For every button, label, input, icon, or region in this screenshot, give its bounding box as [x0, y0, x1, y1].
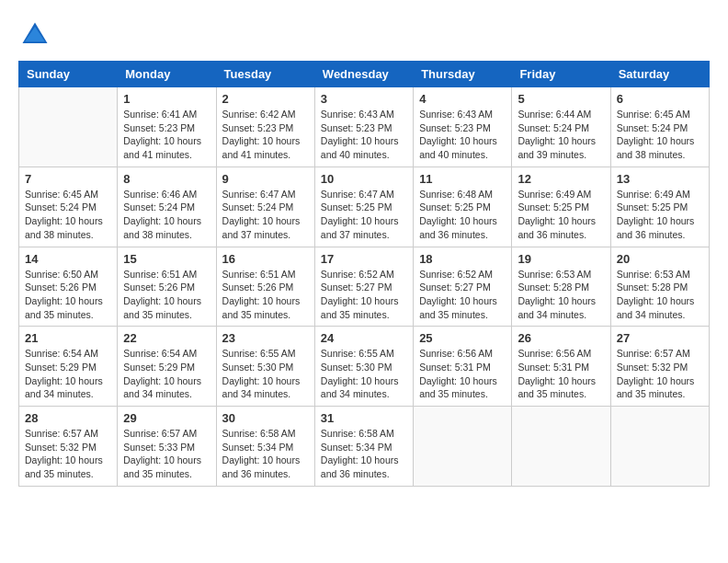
calendar-cell: 28Sunrise: 6:57 AMSunset: 5:32 PMDayligh… [19, 407, 118, 487]
day-number: 26 [518, 331, 604, 345]
col-saturday: Saturday [610, 62, 709, 87]
day-number: 31 [321, 411, 407, 425]
day-number: 5 [518, 92, 604, 106]
day-number: 18 [419, 252, 506, 266]
calendar-cell: 29Sunrise: 6:57 AMSunset: 5:33 PMDayligh… [118, 407, 216, 487]
col-tuesday: Tuesday [216, 62, 314, 87]
day-number: 4 [419, 92, 506, 106]
day-info: Sunrise: 6:53 AMSunset: 5:28 PMDaylight:… [518, 268, 604, 322]
calendar-cell: 13Sunrise: 6:49 AMSunset: 5:25 PMDayligh… [610, 167, 709, 247]
calendar-cell: 22Sunrise: 6:54 AMSunset: 5:29 PMDayligh… [118, 327, 216, 407]
day-number: 10 [321, 172, 407, 186]
logo-icon [18, 18, 51, 52]
calendar-cell: 25Sunrise: 6:56 AMSunset: 5:31 PMDayligh… [414, 327, 512, 407]
day-number: 16 [222, 252, 309, 266]
calendar-cell: 8Sunrise: 6:46 AMSunset: 5:24 PMDaylight… [118, 167, 216, 247]
calendar-cell: 20Sunrise: 6:53 AMSunset: 5:28 PMDayligh… [610, 247, 709, 327]
week-row-1: 7Sunrise: 6:45 AMSunset: 5:24 PMDaylight… [19, 167, 710, 247]
day-number: 15 [123, 252, 210, 266]
day-info: Sunrise: 6:56 AMSunset: 5:31 PMDaylight:… [518, 347, 604, 401]
day-number: 9 [222, 172, 309, 186]
day-info: Sunrise: 6:54 AMSunset: 5:29 PMDaylight:… [123, 347, 210, 401]
day-number: 20 [617, 252, 703, 266]
calendar-cell: 21Sunrise: 6:54 AMSunset: 5:29 PMDayligh… [19, 327, 118, 407]
day-info: Sunrise: 6:47 AMSunset: 5:24 PMDaylight:… [222, 188, 309, 242]
calendar-cell: 11Sunrise: 6:48 AMSunset: 5:25 PMDayligh… [414, 167, 512, 247]
calendar-cell: 16Sunrise: 6:51 AMSunset: 5:26 PMDayligh… [216, 247, 314, 327]
calendar-cell: 12Sunrise: 6:49 AMSunset: 5:25 PMDayligh… [512, 167, 610, 247]
day-number: 27 [617, 331, 703, 345]
calendar-cell: 10Sunrise: 6:47 AMSunset: 5:25 PMDayligh… [314, 167, 413, 247]
day-info: Sunrise: 6:57 AMSunset: 5:32 PMDaylight:… [25, 427, 111, 481]
calendar-cell: 1Sunrise: 6:41 AMSunset: 5:23 PMDaylight… [118, 87, 216, 167]
day-number: 3 [321, 92, 407, 106]
calendar: Sunday Monday Tuesday Wednesday Thursday… [18, 61, 710, 487]
day-number: 11 [419, 172, 506, 186]
day-info: Sunrise: 6:56 AMSunset: 5:31 PMDaylight:… [419, 347, 506, 401]
day-info: Sunrise: 6:46 AMSunset: 5:24 PMDaylight:… [123, 188, 210, 242]
day-info: Sunrise: 6:45 AMSunset: 5:24 PMDaylight:… [25, 188, 111, 242]
day-number: 24 [321, 331, 407, 345]
col-thursday: Thursday [414, 62, 512, 87]
day-number: 13 [617, 172, 703, 186]
day-info: Sunrise: 6:51 AMSunset: 5:26 PMDaylight:… [222, 268, 309, 322]
week-row-0: 1Sunrise: 6:41 AMSunset: 5:23 PMDaylight… [19, 87, 710, 167]
day-number: 12 [518, 172, 604, 186]
day-number: 7 [25, 172, 111, 186]
calendar-cell: 2Sunrise: 6:42 AMSunset: 5:23 PMDaylight… [216, 87, 314, 167]
day-info: Sunrise: 6:48 AMSunset: 5:25 PMDaylight:… [419, 188, 506, 242]
day-number: 19 [518, 252, 604, 266]
calendar-cell: 5Sunrise: 6:44 AMSunset: 5:24 PMDaylight… [512, 87, 610, 167]
calendar-cell [414, 407, 512, 487]
day-info: Sunrise: 6:57 AMSunset: 5:32 PMDaylight:… [617, 347, 703, 401]
calendar-cell: 24Sunrise: 6:55 AMSunset: 5:30 PMDayligh… [314, 327, 413, 407]
calendar-cell: 31Sunrise: 6:58 AMSunset: 5:34 PMDayligh… [314, 407, 413, 487]
calendar-cell: 14Sunrise: 6:50 AMSunset: 5:26 PMDayligh… [19, 247, 118, 327]
col-sunday: Sunday [19, 62, 118, 87]
calendar-cell: 3Sunrise: 6:43 AMSunset: 5:23 PMDaylight… [314, 87, 413, 167]
calendar-header-row: Sunday Monday Tuesday Wednesday Thursday… [19, 62, 710, 87]
day-info: Sunrise: 6:55 AMSunset: 5:30 PMDaylight:… [321, 347, 407, 401]
day-info: Sunrise: 6:54 AMSunset: 5:29 PMDaylight:… [25, 347, 111, 401]
day-number: 8 [123, 172, 210, 186]
calendar-cell: 19Sunrise: 6:53 AMSunset: 5:28 PMDayligh… [512, 247, 610, 327]
calendar-cell: 15Sunrise: 6:51 AMSunset: 5:26 PMDayligh… [118, 247, 216, 327]
week-row-4: 28Sunrise: 6:57 AMSunset: 5:32 PMDayligh… [19, 407, 710, 487]
calendar-cell: 27Sunrise: 6:57 AMSunset: 5:32 PMDayligh… [610, 327, 709, 407]
day-info: Sunrise: 6:49 AMSunset: 5:25 PMDaylight:… [617, 188, 703, 242]
col-wednesday: Wednesday [314, 62, 413, 87]
week-row-3: 21Sunrise: 6:54 AMSunset: 5:29 PMDayligh… [19, 327, 710, 407]
day-number: 6 [617, 92, 703, 106]
day-number: 1 [123, 92, 210, 106]
col-friday: Friday [512, 62, 610, 87]
day-info: Sunrise: 6:42 AMSunset: 5:23 PMDaylight:… [222, 108, 309, 162]
day-info: Sunrise: 6:45 AMSunset: 5:24 PMDaylight:… [617, 108, 703, 162]
day-number: 29 [123, 411, 210, 425]
day-info: Sunrise: 6:53 AMSunset: 5:28 PMDaylight:… [617, 268, 703, 322]
calendar-cell: 26Sunrise: 6:56 AMSunset: 5:31 PMDayligh… [512, 327, 610, 407]
day-number: 17 [321, 252, 407, 266]
day-info: Sunrise: 6:52 AMSunset: 5:27 PMDaylight:… [419, 268, 506, 322]
calendar-cell: 18Sunrise: 6:52 AMSunset: 5:27 PMDayligh… [414, 247, 512, 327]
day-number: 30 [222, 411, 309, 425]
calendar-cell [19, 87, 118, 167]
day-info: Sunrise: 6:58 AMSunset: 5:34 PMDaylight:… [222, 427, 309, 481]
day-info: Sunrise: 6:50 AMSunset: 5:26 PMDaylight:… [25, 268, 111, 322]
calendar-cell: 30Sunrise: 6:58 AMSunset: 5:34 PMDayligh… [216, 407, 314, 487]
day-info: Sunrise: 6:51 AMSunset: 5:26 PMDaylight:… [123, 268, 210, 322]
day-info: Sunrise: 6:43 AMSunset: 5:23 PMDaylight:… [419, 108, 506, 162]
col-monday: Monday [118, 62, 216, 87]
calendar-cell [512, 407, 610, 487]
day-number: 14 [25, 252, 111, 266]
day-info: Sunrise: 6:49 AMSunset: 5:25 PMDaylight:… [518, 188, 604, 242]
calendar-cell: 23Sunrise: 6:55 AMSunset: 5:30 PMDayligh… [216, 327, 314, 407]
day-info: Sunrise: 6:58 AMSunset: 5:34 PMDaylight:… [321, 427, 407, 481]
page-container: Sunday Monday Tuesday Wednesday Thursday… [18, 18, 710, 487]
calendar-cell: 7Sunrise: 6:45 AMSunset: 5:24 PMDaylight… [19, 167, 118, 247]
calendar-cell: 17Sunrise: 6:52 AMSunset: 5:27 PMDayligh… [314, 247, 413, 327]
day-info: Sunrise: 6:44 AMSunset: 5:24 PMDaylight:… [518, 108, 604, 162]
day-info: Sunrise: 6:41 AMSunset: 5:23 PMDaylight:… [123, 108, 210, 162]
calendar-cell [610, 407, 709, 487]
header [18, 18, 710, 52]
calendar-cell: 4Sunrise: 6:43 AMSunset: 5:23 PMDaylight… [414, 87, 512, 167]
